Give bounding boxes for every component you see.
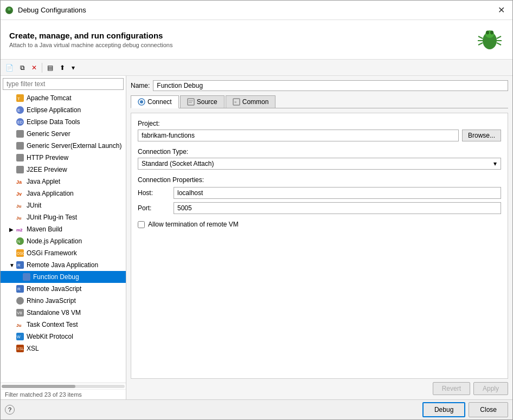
sidebar-item-task-context-test[interactable]: Ju Task Context Test <box>1 319 126 331</box>
tab-connect[interactable]: Connect <box>131 95 179 108</box>
sidebar-item-j2ee-preview[interactable]: J2EE Preview <box>1 164 126 176</box>
window-title: Debug Configurations <box>18 6 490 14</box>
connection-type-select-wrapper[interactable]: Standard (Socket Attach) Standard (Socke… <box>138 158 501 170</box>
view-menu-button[interactable]: ▾ <box>69 62 78 73</box>
port-label: Port: <box>138 204 170 212</box>
toolbar-separator-1 <box>42 63 42 73</box>
collapse-all-button[interactable]: ⬆ <box>57 62 68 73</box>
project-row: Browse... <box>138 130 501 141</box>
host-input[interactable] <box>174 187 501 199</box>
bug-icon <box>476 25 504 54</box>
sidebar-item-junit[interactable]: Ju JUnit <box>1 199 126 211</box>
sidebar-item-function-debug[interactable]: Function Debug <box>1 271 126 283</box>
header-left: Create, manage, and run configurations A… <box>9 31 172 48</box>
svg-rect-23 <box>16 142 24 150</box>
sidebar-item-standalone-v8[interactable]: V8 Standalone V8 VM <box>1 307 126 319</box>
allow-termination-checkbox[interactable] <box>138 221 145 228</box>
sidebar-item-webkit-protocol[interactable]: W WebKit Protocol <box>1 331 126 343</box>
svg-text:E: E <box>17 108 20 113</box>
allow-termination-label[interactable]: Allow termination of remote VM <box>148 221 239 228</box>
sidebar-item-apache-tomcat[interactable]: T Apache Tomcat <box>1 92 126 104</box>
apply-button[interactable]: Apply <box>473 382 508 395</box>
source-tab-label: Source <box>197 98 217 106</box>
sidebar-item-java-applet[interactable]: Ja Java Applet <box>1 176 126 188</box>
tree-item-label: Eclipse Application <box>27 106 81 114</box>
svg-line-13 <box>497 43 501 45</box>
title-bar: Debug Configurations ✕ <box>1 1 512 20</box>
eclipse-icon: E <box>16 106 24 114</box>
svg-point-54 <box>140 100 143 104</box>
project-input[interactable] <box>138 130 459 141</box>
allow-termination-row: Allow termination of remote VM <box>138 221 501 228</box>
left-scrollbar-area[interactable] <box>1 383 126 389</box>
svg-point-14 <box>486 31 489 35</box>
new-config-button[interactable]: 📄 <box>3 62 16 73</box>
sidebar-item-eclipse-application[interactable]: E Eclipse Application <box>1 104 126 116</box>
node-icon: N <box>16 237 24 245</box>
svg-rect-55 <box>188 99 194 105</box>
new-config-icon: 📄 <box>5 64 14 72</box>
tabs-bar: Connect Source ≡ Common <box>131 95 508 108</box>
duplicate-config-button[interactable]: ⧉ <box>17 62 28 73</box>
sidebar-item-nodejs[interactable]: N Node.js Application <box>1 235 126 247</box>
header-title: Create, manage, and run configurations <box>9 31 172 40</box>
delete-config-button[interactable]: ✕ <box>29 62 40 73</box>
host-label: Host: <box>138 189 170 197</box>
svg-text:N: N <box>17 240 20 243</box>
sidebar-item-java-application[interactable]: Jv Java Application <box>1 188 126 199</box>
left-scrollbar-track[interactable] <box>2 385 125 388</box>
tree-item-label: Rhino JavaScript <box>27 297 76 305</box>
connect-tab-label: Connect <box>148 98 172 106</box>
debug-button[interactable]: Debug <box>422 402 465 417</box>
tab-common[interactable]: ≡ Common <box>226 95 276 108</box>
sidebar-item-generic-server[interactable]: Generic Server <box>1 128 126 140</box>
tree-item-label: Eclipse Data Tools <box>27 118 80 126</box>
sidebar-item-eclipse-data-tools[interactable]: ED Eclipse Data Tools <box>1 116 126 128</box>
sidebar-item-remote-java-application[interactable]: ▼ R Remote Java Application <box>1 259 126 271</box>
svg-text:R: R <box>17 287 21 292</box>
sidebar-item-junit-plugin[interactable]: Ju JUnit Plug-in Test <box>1 211 126 223</box>
close-window-button[interactable]: ✕ <box>495 4 508 16</box>
remote-js-icon: R <box>16 285 24 293</box>
sidebar-item-generic-server-ext[interactable]: Generic Server(External Launch) <box>1 140 126 152</box>
name-input[interactable] <box>153 80 508 91</box>
tab-source[interactable]: Source <box>180 95 225 108</box>
sidebar-item-osgi[interactable]: OSG OSGi Framework <box>1 247 126 259</box>
connection-props-grid: Host: Port: <box>138 187 501 214</box>
filter-button[interactable]: ▤ <box>44 62 56 73</box>
browse-button[interactable]: Browse... <box>462 130 501 141</box>
tree-item-label: Generic Server(External Launch) <box>27 142 121 150</box>
connection-type-select[interactable]: Standard (Socket Attach) Standard (Socke… <box>138 158 501 170</box>
j2ee-icon <box>16 165 24 174</box>
revert-button[interactable]: Revert <box>433 382 470 395</box>
sidebar-item-remote-javascript[interactable]: R Remote JavaScript <box>1 283 126 295</box>
sidebar-item-maven-build[interactable]: ▶ m2 Maven Build <box>1 223 126 235</box>
close-button[interactable]: Close <box>469 402 508 417</box>
main-area: T Apache Tomcat E Eclipse Application ED… <box>1 76 512 399</box>
filter-input[interactable] <box>3 78 124 90</box>
expand-arrow: ▶ <box>9 227 16 232</box>
project-label: Project: <box>138 120 501 127</box>
help-icon-button[interactable]: ? <box>5 405 15 415</box>
svg-text:Ja: Ja <box>16 179 22 185</box>
sidebar-item-rhino-javascript[interactable]: Rhino JavaScript <box>1 295 126 307</box>
left-scrollbar-thumb[interactable] <box>2 385 75 388</box>
tree-item-label: HTTP Preview <box>27 154 68 161</box>
connection-properties-label: Connection Properties: <box>138 176 501 184</box>
svg-text:T: T <box>17 96 20 101</box>
view-menu-icon: ▾ <box>72 64 75 72</box>
generic-server-icon <box>16 130 24 138</box>
port-input[interactable] <box>174 202 501 214</box>
toolbar: 📄 ⧉ ✕ ▤ ⬆ ▾ <box>1 60 512 76</box>
sidebar-item-http-preview[interactable]: HTTP Preview <box>1 152 126 164</box>
svg-rect-41 <box>23 273 30 281</box>
sidebar-item-xsl[interactable]: XSL XSL <box>1 343 126 354</box>
common-tab-label: Common <box>242 98 269 106</box>
header-subtitle: Attach to a Java virtual machine accepti… <box>9 42 172 48</box>
function-debug-icon <box>22 273 31 281</box>
footer-bar: ? Debug Close <box>1 399 512 419</box>
tree-item-label: Function Debug <box>33 273 79 281</box>
tree-item-label: Java Application <box>27 190 74 197</box>
svg-text:≡: ≡ <box>234 100 236 104</box>
tree-item-label: Maven Build <box>27 225 62 233</box>
